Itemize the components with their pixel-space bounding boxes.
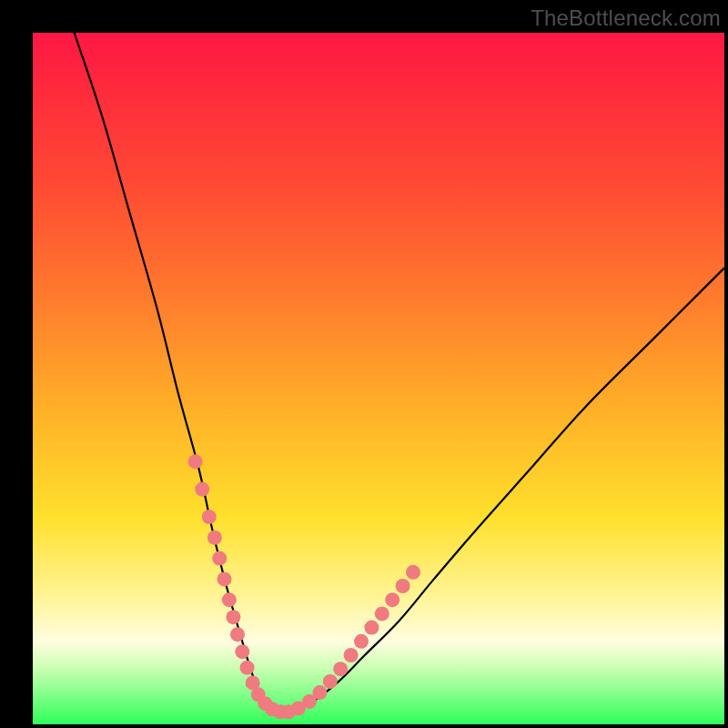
data-marker	[333, 662, 348, 676]
data-marker	[226, 610, 240, 624]
data-marker	[354, 634, 369, 649]
data-marker	[406, 565, 420, 580]
data-marker	[396, 579, 410, 593]
watermark-text: TheBottleneck.com	[531, 5, 721, 31]
data-marker	[312, 685, 327, 700]
data-marker	[212, 551, 227, 566]
data-marker	[364, 621, 379, 635]
chart-frame: TheBottleneck.com	[0, 0, 728, 728]
data-marker	[202, 510, 217, 524]
data-marker	[240, 661, 255, 675]
data-marker	[207, 531, 222, 545]
data-marker	[323, 674, 338, 689]
data-marker	[217, 571, 232, 586]
data-marker	[188, 454, 203, 469]
data-marker	[230, 627, 245, 642]
bottleneck-curve	[75, 33, 724, 712]
data-marker	[195, 482, 209, 497]
plot-area	[33, 33, 724, 724]
data-marker	[375, 606, 389, 621]
data-marker	[344, 648, 359, 662]
data-marker	[222, 592, 237, 607]
data-markers	[188, 454, 420, 719]
data-marker	[235, 644, 249, 659]
curve-svg	[33, 33, 724, 724]
data-marker	[385, 592, 399, 607]
